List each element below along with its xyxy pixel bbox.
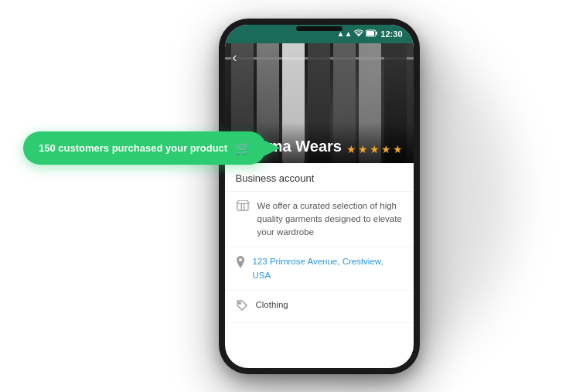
account-type-text: Business account bbox=[236, 172, 315, 184]
star-1: ★ bbox=[346, 143, 356, 155]
description-row: We offer a curated selection of high qua… bbox=[225, 192, 414, 248]
star-2: ★ bbox=[358, 143, 368, 155]
back-button[interactable]: ‹ bbox=[233, 49, 237, 66]
star-rating: ★ ★ ★ ★ ★ bbox=[346, 143, 403, 155]
notification-text: 150 customers purchased your product bbox=[39, 142, 227, 154]
wifi-icon bbox=[354, 29, 363, 39]
svg-rect-3 bbox=[237, 203, 248, 210]
phone-screen: ▲▲ 1 bbox=[225, 25, 414, 368]
description-text: We offer a curated selection of high qua… bbox=[257, 199, 403, 240]
signal-icon: ▲▲ bbox=[337, 29, 353, 38]
content-area: Business account We offer a curated sele… bbox=[225, 163, 414, 323]
battery-icon bbox=[366, 29, 378, 39]
status-time: 12:30 bbox=[380, 29, 402, 39]
svg-point-7 bbox=[238, 302, 240, 304]
phone-frame: ▲▲ 1 bbox=[219, 19, 420, 374]
star-4: ★ bbox=[381, 143, 391, 155]
status-icons: ▲▲ 1 bbox=[337, 29, 403, 39]
svg-rect-2 bbox=[376, 32, 377, 35]
address-text[interactable]: 123 Primrose Avenue, Crestview, USA bbox=[253, 255, 403, 282]
category-row: Clothing bbox=[225, 291, 414, 323]
tag-icon bbox=[236, 299, 248, 315]
notification-pill: 150 customers purchased your product 🛒 bbox=[23, 131, 266, 165]
category-text: Clothing bbox=[256, 298, 403, 312]
shop-icon bbox=[236, 200, 250, 214]
account-type-row: Business account bbox=[225, 163, 414, 192]
phone-notch bbox=[296, 26, 343, 31]
star-3: ★ bbox=[370, 143, 380, 155]
svg-rect-1 bbox=[366, 31, 374, 36]
cart-icon: 🛒 bbox=[235, 141, 251, 155]
location-icon bbox=[236, 256, 245, 271]
scene: 150 customers purchased your product 🛒 ▲… bbox=[0, 0, 576, 392]
svg-point-6 bbox=[239, 258, 242, 261]
star-5: ★ bbox=[393, 143, 403, 155]
address-row: 123 Primrose Avenue, Crestview, USA bbox=[225, 247, 414, 291]
